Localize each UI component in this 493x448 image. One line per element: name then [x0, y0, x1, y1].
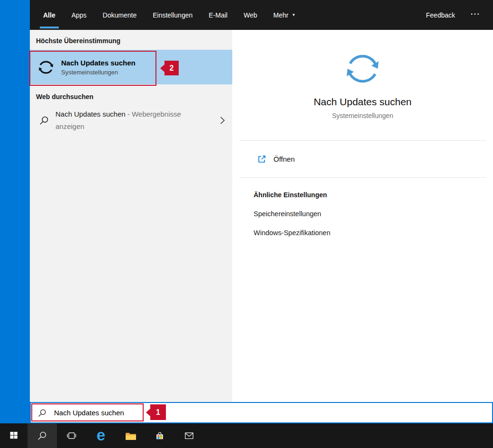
tab-apps-label: Apps — [72, 11, 87, 19]
tab-alle-label: Alle — [43, 11, 55, 19]
tab-mehr[interactable]: Mehr ▼ — [273, 0, 295, 30]
web-result-title: Nach Updates suchen — [55, 110, 126, 118]
feedback-button[interactable]: Feedback — [426, 11, 455, 19]
preview-hero: Nach Updates suchen Systemeinstellungen — [232, 30, 493, 140]
web-search-header: Web durchsuchen — [30, 84, 232, 101]
related-settings: Ähnliche Einstellungen Speichereinstellu… — [232, 178, 493, 237]
chevron-right-icon[interactable] — [219, 116, 226, 125]
mail-button[interactable] — [174, 423, 204, 448]
more-options-icon[interactable]: ⋯ — [470, 9, 481, 21]
related-settings-header: Ähnliche Einstellungen — [254, 191, 493, 199]
tab-apps[interactable]: Apps — [72, 0, 87, 30]
windows-update-icon — [37, 59, 55, 76]
tab-dokumente[interactable]: Dokumente — [103, 0, 137, 30]
best-match-text: Nach Updates suchen Systemeinstellungen — [61, 59, 136, 76]
windows-logo-icon — [9, 430, 19, 441]
mail-icon — [184, 430, 194, 441]
tab-mehr-label: Mehr — [273, 11, 288, 19]
best-match-result[interactable]: Nach Updates suchen Systemeinstellungen — [30, 50, 232, 84]
edge-icon: e — [97, 427, 105, 443]
open-label: Öffnen — [274, 155, 295, 163]
related-item-windows-specs[interactable]: Windows-Spezifikationen — [254, 229, 493, 237]
store-icon — [155, 430, 165, 441]
start-button[interactable] — [0, 423, 27, 448]
preview-panel: Nach Updates suchen Systemeinstellungen … — [232, 30, 493, 402]
search-results-panel: Höchste Übereinstimmung Nach Updates suc… — [30, 30, 232, 402]
tab-alle[interactable]: Alle — [43, 0, 55, 30]
search-tabs: Alle Apps Dokumente Einstellungen E-Mail… — [30, 0, 311, 30]
microsoft-store-button[interactable] — [145, 423, 174, 448]
search-icon — [39, 115, 49, 126]
file-explorer-button[interactable] — [116, 423, 145, 448]
search-filter-bar: Alle Apps Dokumente Einstellungen E-Mail… — [30, 0, 493, 30]
tab-web-label: Web — [244, 11, 257, 19]
task-view-button[interactable] — [57, 423, 86, 448]
edge-browser-button[interactable]: e — [86, 423, 116, 448]
open-icon — [257, 155, 266, 164]
related-item-storage[interactable]: Speichereinstellungen — [254, 210, 493, 218]
search-icon — [37, 430, 47, 441]
tab-einstellungen[interactable]: Einstellungen — [153, 0, 192, 30]
best-match-header: Höchste Übereinstimmung — [30, 30, 232, 45]
search-icon — [37, 408, 47, 418]
search-input[interactable] — [54, 409, 291, 417]
tab-einstellungen-label: Einstellungen — [153, 11, 192, 19]
tab-email[interactable]: E-Mail — [209, 0, 228, 30]
windows-update-icon-large — [344, 50, 382, 88]
best-match-title: Nach Updates suchen — [61, 59, 136, 67]
search-box[interactable] — [30, 402, 493, 423]
task-view-icon — [66, 430, 77, 441]
web-result-text: Nach Updates suchen - Webergebnisse anze… — [55, 108, 193, 133]
open-action[interactable]: Öffnen — [232, 141, 493, 177]
tab-email-label: E-Mail — [209, 11, 228, 19]
chevron-down-icon: ▼ — [292, 13, 295, 17]
tab-web[interactable]: Web — [244, 0, 257, 30]
preview-subtitle: Systemeinstellungen — [232, 112, 493, 119]
taskbar-search-button[interactable] — [27, 423, 57, 448]
taskbar: e — [0, 423, 493, 448]
file-explorer-icon — [125, 430, 136, 441]
best-match-subtitle: Systemeinstellungen — [61, 69, 136, 76]
web-search-result[interactable]: Nach Updates suchen - Webergebnisse anze… — [30, 105, 232, 136]
preview-title: Nach Updates suchen — [232, 96, 493, 108]
topbar-right: Feedback ⋯ — [426, 0, 493, 30]
tab-dokumente-label: Dokumente — [103, 11, 137, 19]
